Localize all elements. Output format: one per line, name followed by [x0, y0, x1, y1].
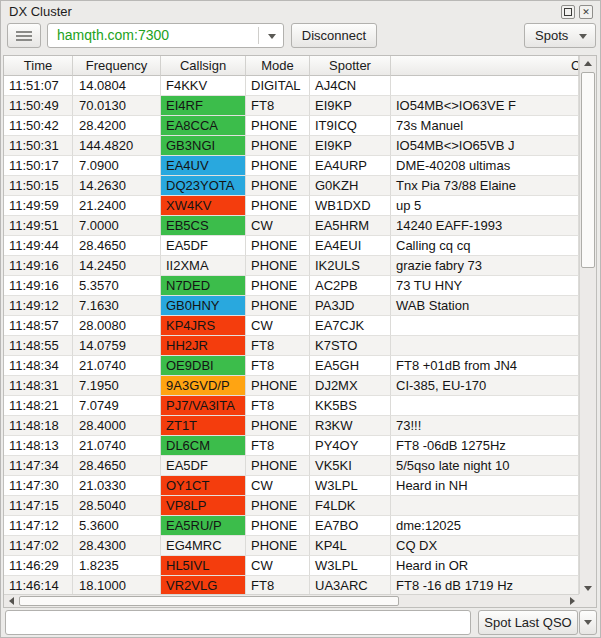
table-row[interactable]: 11:49:127.1630GB0HNYPHONEPA3JDWAB Statio…: [4, 296, 579, 316]
cell-call: OE9DBI: [161, 356, 246, 376]
cell-spotter: IK2ULS: [310, 256, 391, 276]
down-arrow-icon: [584, 586, 592, 591]
column-header-comment[interactable]: C: [391, 56, 579, 76]
hamburger-icon: [16, 31, 32, 41]
cell-freq: 21.0330: [73, 476, 161, 496]
cell-freq: 28.4200: [73, 116, 161, 136]
table-row[interactable]: 11:48:1828.4000ZT1TPHONER3KW73!!!: [4, 416, 579, 436]
table-row[interactable]: 11:49:5921.2400XW4KVPHONEWB1DXDup 5: [4, 196, 579, 216]
cell-time: 11:47:34: [4, 456, 73, 476]
cell-time: 11:48:57: [4, 316, 73, 336]
spot-message-input[interactable]: [5, 610, 471, 635]
cell-call: GB3NGI: [161, 136, 246, 156]
spots-dropdown[interactable]: Spots: [524, 23, 596, 48]
cell-spotter: EI9KP: [310, 136, 391, 156]
cell-comment: dme:12025: [391, 516, 579, 536]
table-row[interactable]: 11:46:1418.1000VR2VLGFT8UA3ARCFT8 -16 dB…: [4, 576, 579, 596]
cell-call: EG4MRC: [161, 536, 246, 556]
cell-call: ZT1T: [161, 416, 246, 436]
cell-comment: IO54MB<>IO65VB J: [391, 136, 579, 156]
table-row[interactable]: 11:49:517.0000EB5CSCWEA5HRM14240 EAFF-19…: [4, 216, 579, 236]
horizontal-scroll-thumb[interactable]: [19, 596, 399, 606]
table-row[interactable]: 11:51:0714.0804F4KKVDIGITALAJ4CN: [4, 76, 579, 96]
cell-comment: 73 TU HNY: [391, 276, 579, 296]
server-address-value[interactable]: hamqth.com:7300: [57, 27, 169, 43]
cell-time: 11:46:29: [4, 556, 73, 576]
cell-spotter: EA4URP: [310, 156, 391, 176]
vertical-scroll-thumb[interactable]: [581, 72, 595, 268]
close-window-button[interactable]: ✕: [579, 5, 593, 19]
table-row[interactable]: 11:48:217.0749PJ7/VA3ITAFT8KK5BS: [4, 396, 579, 416]
table-row[interactable]: 11:49:1614.2450II2XMAPHONEIK2ULSgrazie f…: [4, 256, 579, 276]
cell-freq: 7.0749: [73, 396, 161, 416]
cell-spotter: EA7CJK: [310, 316, 391, 336]
chevron-down-icon: [579, 34, 587, 39]
cell-freq: 7.0900: [73, 156, 161, 176]
table-row[interactable]: 11:47:125.3600EA5RU/PPHONEEA7BOdme:12025: [4, 516, 579, 536]
vertical-scrollbar[interactable]: [579, 56, 596, 596]
table-row[interactable]: 11:50:4970.0130EI4RFFT8EI9KPIO54MB<>IO63…: [4, 96, 579, 116]
cell-time: 11:47:30: [4, 476, 73, 496]
chevron-down-icon[interactable]: [268, 34, 276, 39]
cell-freq: 5.3600: [73, 516, 161, 536]
table-row[interactable]: 11:47:1528.5040VP8LPPHONEF4LDK: [4, 496, 579, 516]
spot-last-qso-button[interactable]: Spot Last QSO: [478, 610, 578, 635]
column-header-freq[interactable]: Frequency: [73, 56, 161, 76]
spot-options-dropdown-button[interactable]: [579, 610, 597, 635]
titlebar: DX Cluster ✕: [1, 1, 600, 22]
server-combobox[interactable]: hamqth.com:7300: [47, 23, 284, 48]
disconnect-button[interactable]: Disconnect: [291, 23, 377, 48]
cell-spotter: KK5BS: [310, 396, 391, 416]
cell-freq: 21.0740: [73, 436, 161, 456]
column-header-spotter[interactable]: Spotter: [310, 56, 391, 76]
cell-spotter: W3LPL: [310, 476, 391, 496]
cell-call: VR2VLG: [161, 576, 246, 596]
cell-spotter: EA5HRM: [310, 216, 391, 236]
float-window-button[interactable]: [561, 5, 575, 19]
cell-call: II2XMA: [161, 256, 246, 276]
cell-comment: CQ DX: [391, 536, 579, 556]
cell-time: 11:49:16: [4, 276, 73, 296]
cell-mode: PHONE: [246, 516, 310, 536]
cell-spotter: PA3JD: [310, 296, 391, 316]
table-row[interactable]: 11:47:3428.4650EA5DFPHONEVK5KI5/5qso lat…: [4, 456, 579, 476]
cell-spotter: R3KW: [310, 416, 391, 436]
column-header-call[interactable]: Callsign: [161, 56, 246, 76]
table-row[interactable]: 11:48:5514.0759HH2JRFT8K7STO: [4, 336, 579, 356]
column-header-time[interactable]: Time: [4, 56, 73, 76]
cell-mode: PHONE: [246, 256, 310, 276]
cell-call: GB0HNY: [161, 296, 246, 316]
table-row[interactable]: 11:50:4228.4200EA8CCAPHONEIT9ICQ73s Manu…: [4, 116, 579, 136]
table-row[interactable]: 11:47:3021.0330OY1CTCWW3LPLHeard in NH: [4, 476, 579, 496]
cell-call: OY1CT: [161, 476, 246, 496]
scroll-left-button[interactable]: [4, 595, 18, 607]
table-row[interactable]: 11:50:177.0900EA4UVPHONEEA4URPDME-40208 …: [4, 156, 579, 176]
table-row[interactable]: 11:49:4428.4650EA5DFPHONEEA4EUICalling c…: [4, 236, 579, 256]
cell-freq: 21.2400: [73, 196, 161, 216]
scroll-up-button[interactable]: [580, 56, 596, 71]
cell-spotter: EI9KP: [310, 96, 391, 116]
table-row[interactable]: 11:50:1514.2630DQ23YOTAPHONEG0KZHTnx Pia…: [4, 176, 579, 196]
table-row[interactable]: 11:48:5728.0080KP4JRSCWEA7CJK: [4, 316, 579, 336]
column-header-mode[interactable]: Mode: [246, 56, 310, 76]
table-row[interactable]: 11:48:1321.0740DL6CMFT8PY4OYFT8 -06dB 12…: [4, 436, 579, 456]
cell-mode: PHONE: [246, 176, 310, 196]
table-row[interactable]: 11:50:31144.4820GB3NGIPHONEEI9KPIO54MB<>…: [4, 136, 579, 156]
disconnect-label: Disconnect: [302, 28, 366, 43]
menu-button[interactable]: [7, 23, 41, 48]
cell-comment: [391, 316, 579, 336]
cell-call: PJ7/VA3ITA: [161, 396, 246, 416]
table-row[interactable]: 11:47:0228.4300EG4MRCPHONEKP4LCQ DX: [4, 536, 579, 556]
table-row[interactable]: 11:48:317.19509A3GVD/PPHONEDJ2MXCI-385, …: [4, 376, 579, 396]
cell-mode: PHONE: [246, 296, 310, 316]
horizontal-scrollbar[interactable]: [4, 594, 579, 607]
cell-call: DQ23YOTA: [161, 176, 246, 196]
cell-mode: DIGITAL: [246, 76, 310, 96]
cell-time: 11:50:31: [4, 136, 73, 156]
cell-call: DL6CM: [161, 436, 246, 456]
scroll-right-button[interactable]: [565, 595, 579, 607]
table-row[interactable]: 11:49:165.3570N7DEDPHONEAC2PB73 TU HNY: [4, 276, 579, 296]
table-row[interactable]: 11:46:291.8235HL5IVLCWW3LPLHeard in OR: [4, 556, 579, 576]
cell-spotter: VK5KI: [310, 456, 391, 476]
table-row[interactable]: 11:48:3421.0740OE9DBIFT8EA5GHFT8 +01dB f…: [4, 356, 579, 376]
